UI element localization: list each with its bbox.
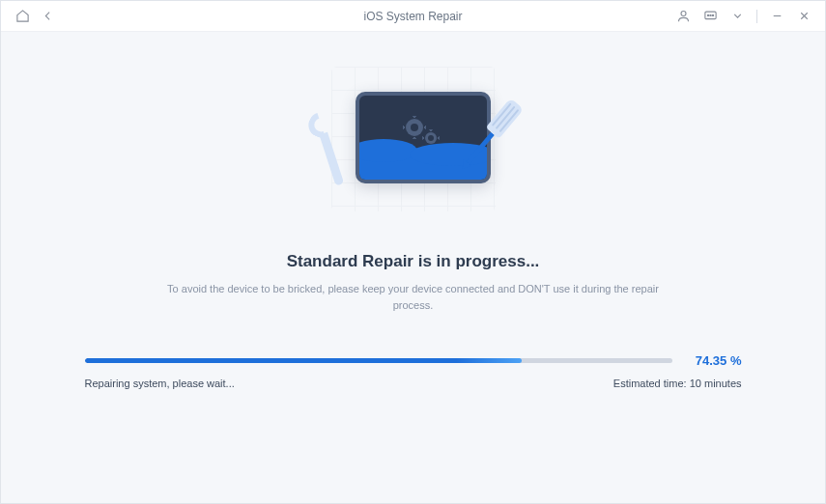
progress-eta-text: Estimated time: 10 minutes (613, 378, 742, 389)
gear-icon (406, 119, 423, 136)
titlebar-left (14, 9, 169, 24)
back-icon[interactable] (40, 9, 55, 24)
device-screen-icon (356, 92, 491, 183)
home-icon[interactable] (14, 9, 30, 24)
gear-icon (425, 132, 437, 144)
progress-caption: Repairing system, please wait... Estimat… (85, 378, 742, 389)
page-subtext: To avoid the device to be bricked, pleas… (162, 281, 665, 313)
progress-fill (85, 358, 522, 363)
account-icon[interactable] (675, 9, 691, 24)
window-title: iOS System Repair (169, 10, 657, 23)
progress-percent: 74.35 % (688, 353, 742, 368)
titlebar: iOS System Repair (1, 1, 825, 32)
progress-row: 74.35 % (85, 353, 742, 368)
progress-section: 74.35 % Repairing system, please wait...… (85, 353, 742, 389)
repair-illustration (302, 63, 525, 237)
wrench-icon (307, 110, 350, 191)
page-heading: Standard Repair is in progress... (287, 252, 540, 271)
titlebar-right (657, 9, 812, 24)
main-content: Standard Repair is in progress... To avo… (1, 32, 825, 503)
progress-bar (85, 358, 672, 363)
chevron-down-icon[interactable] (729, 9, 745, 24)
progress-status-text: Repairing system, please wait... (85, 378, 235, 389)
illustration-group (302, 63, 525, 237)
svg-point-3 (709, 14, 710, 15)
svg-point-2 (707, 14, 708, 15)
titlebar-divider (756, 10, 757, 23)
app-window: iOS System Repair (0, 0, 826, 504)
close-icon[interactable] (796, 9, 812, 24)
svg-point-0 (681, 12, 686, 16)
feedback-icon[interactable] (702, 9, 718, 24)
svg-point-4 (712, 14, 713, 15)
minimize-icon[interactable] (769, 9, 784, 24)
